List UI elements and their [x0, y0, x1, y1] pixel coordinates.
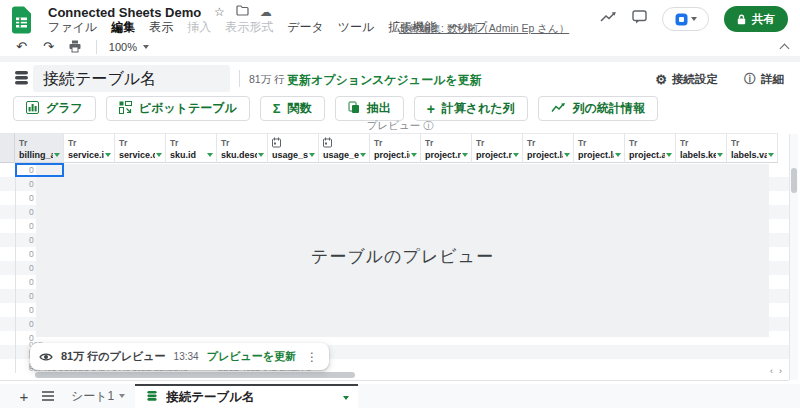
column-header[interactable]: Trproject.an: [625, 133, 676, 163]
document-title[interactable]: Connected Sheets Demo: [48, 5, 201, 20]
column-name: project.na: [476, 150, 512, 160]
filter-dropdown-icon[interactable]: [258, 153, 264, 157]
schedule-refresh-link[interactable]: スケジュールを更新: [372, 72, 482, 89]
vertical-scrollbar-track[interactable]: [789, 134, 798, 380]
redo-icon[interactable]: ↷: [43, 39, 54, 54]
menu-item-3[interactable]: 挿入: [180, 20, 218, 35]
text-type-icon: Tr: [119, 136, 162, 149]
column-header[interactable]: Trlabels.valu: [727, 133, 778, 163]
comment-icon[interactable]: [632, 10, 647, 28]
filter-dropdown-icon[interactable]: [666, 153, 672, 157]
clipped-cell-text: 0: [29, 291, 34, 301]
filter-dropdown-icon[interactable]: [156, 153, 162, 157]
filter-dropdown-icon[interactable]: [309, 153, 315, 157]
text-type-icon: Tr: [68, 136, 111, 149]
horizontal-scrollbar[interactable]: [35, 372, 355, 378]
action-button-pivot[interactable]: ピボットテーブル: [106, 96, 250, 121]
column-header[interactable]: Trbilling_acc: [15, 133, 64, 163]
table-preview-grid: 000000000000000 テーブルのプレビュー 00F 00E 00F40…: [0, 163, 789, 373]
chart-icon: [26, 101, 39, 117]
menu-item-5[interactable]: データ: [280, 20, 331, 35]
sheet-tab-bar: + シート1 接続テーブル名: [0, 384, 800, 408]
undo-icon[interactable]: ↶: [16, 39, 27, 54]
refresh-preview-link[interactable]: プレビューを更新: [207, 349, 296, 364]
action-button-sigma[interactable]: Σ関数: [260, 96, 325, 121]
chevron-down-icon: [343, 396, 349, 400]
action-button-stats[interactable]: 列の統計情報: [538, 96, 658, 121]
info-icon: ⓘ: [423, 120, 433, 131]
move-folder-icon[interactable]: [236, 5, 249, 19]
print-icon[interactable]: [68, 40, 82, 56]
last-edited-link[interactable]: 最終編集: 数秒前（Admin Ep さん）: [399, 22, 569, 36]
google-sheets-window: Connected Sheets Demo ☆ ☁ ファイル編集表示挿入表示形式…: [0, 0, 800, 408]
text-type-icon: Tr: [170, 136, 213, 149]
eye-icon: [39, 348, 53, 366]
add-sheet-button[interactable]: +: [15, 388, 33, 405]
filter-dropdown-icon[interactable]: [462, 153, 468, 157]
menu-item-4[interactable]: 表示形式: [218, 20, 280, 35]
sheet-tab-connected-table[interactable]: 接続テーブル名: [135, 384, 358, 408]
selected-cell-outline[interactable]: [15, 163, 64, 177]
action-button-chart[interactable]: グラフ: [13, 96, 96, 121]
vertical-scrollbar-thumb[interactable]: [791, 168, 797, 193]
action-button-label: 計算された列: [442, 100, 515, 117]
filter-dropdown-icon[interactable]: [411, 153, 417, 157]
column-header[interactable]: Trproject.na: [472, 133, 523, 163]
details-button[interactable]: ⓘ 詳細: [744, 71, 784, 88]
filter-dropdown-icon[interactable]: [564, 153, 570, 157]
stats-icon: [551, 102, 566, 116]
column-header[interactable]: Trlabels.key: [676, 133, 727, 163]
filter-dropdown-icon[interactable]: [717, 153, 723, 157]
text-type-icon: Tr: [221, 136, 264, 149]
preview-toast: 81万 行のプレビュー 13:34 プレビューを更新 ⋮: [30, 343, 329, 370]
sheet-tab-sheet1[interactable]: シート1: [71, 388, 125, 405]
menu-item-2[interactable]: 表示: [142, 20, 180, 35]
star-icon[interactable]: ☆: [214, 5, 225, 19]
calendar-type-icon: [272, 136, 315, 149]
clipped-cell-text: 0: [29, 277, 34, 287]
filter-dropdown-icon[interactable]: [615, 153, 621, 157]
zoom-select[interactable]: 100%: [109, 41, 149, 53]
column-header[interactable]: Trsku.id: [166, 133, 217, 163]
share-button[interactable]: 共有: [724, 6, 788, 32]
filter-dropdown-icon[interactable]: [105, 153, 111, 157]
filter-dropdown-icon[interactable]: [513, 153, 519, 157]
column-header[interactable]: Trsku.descri: [217, 133, 268, 163]
column-name: service.id: [68, 150, 104, 160]
column-name: project.lab: [527, 150, 563, 160]
sheets-logo-icon[interactable]: [11, 6, 32, 38]
menu-item-6[interactable]: ツール: [331, 20, 382, 35]
meet-present-button[interactable]: [662, 7, 709, 31]
menu-item-0[interactable]: ファイル: [41, 20, 104, 35]
all-sheets-menu-icon[interactable]: [42, 391, 54, 401]
column-header[interactable]: Trproject.lab: [574, 133, 625, 163]
column-name: sku.id: [170, 150, 196, 160]
menu-item-1[interactable]: 編集: [104, 20, 142, 35]
scroll-arrows[interactable]: ‹›: [770, 366, 788, 376]
action-button-plus[interactable]: +計算された列: [414, 96, 528, 121]
action-button-extract[interactable]: 抽出: [335, 96, 404, 121]
column-header[interactable]: usage_enc: [319, 133, 370, 163]
filter-dropdown-icon[interactable]: [768, 153, 774, 157]
column-header[interactable]: usage_sta: [268, 133, 319, 163]
column-header[interactable]: Trproject.id: [370, 133, 421, 163]
connected-table-name[interactable]: 接続テーブル名: [33, 65, 230, 92]
column-name: project.nu: [425, 150, 461, 160]
refresh-options-link[interactable]: 更新オプション: [287, 72, 372, 89]
filter-dropdown-icon[interactable]: [54, 153, 60, 157]
column-header[interactable]: Trproject.lab: [523, 133, 574, 163]
lock-icon: [737, 14, 746, 25]
cloud-save-status-icon[interactable]: ☁: [260, 5, 272, 19]
column-header[interactable]: Trservice.id: [64, 133, 115, 163]
connection-settings-button[interactable]: ⚙ 接続設定: [655, 72, 718, 87]
filter-dropdown-icon[interactable]: [360, 153, 366, 157]
grid-corner-cell[interactable]: [0, 133, 15, 163]
activity-icon[interactable]: [600, 10, 617, 28]
column-header[interactable]: Trproject.nu: [421, 133, 472, 163]
column-header[interactable]: Trservice.de: [115, 133, 166, 163]
row-gutter-border: [15, 163, 16, 373]
preview-placeholder-text: テーブルのプレビュー: [311, 245, 494, 268]
kebab-menu-icon[interactable]: ⋮: [304, 350, 320, 364]
filter-dropdown-icon[interactable]: [207, 153, 213, 157]
column-name: project.an: [629, 150, 665, 160]
